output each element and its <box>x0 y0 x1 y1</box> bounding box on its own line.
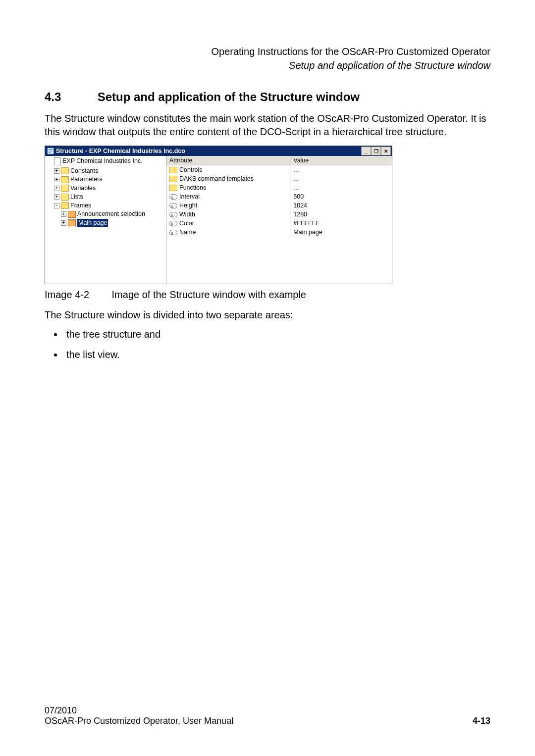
page-header: Operating Instructions for the OScAR-Pro… <box>45 45 490 72</box>
tree-item-lists[interactable]: + Lists <box>54 193 83 201</box>
folder-icon <box>169 167 177 173</box>
list-row[interactable]: Color#FFFFFF <box>166 219 392 228</box>
expander-icon[interactable]: + <box>54 168 59 174</box>
list-cell-value: 1280 <box>290 210 392 219</box>
footer-date: 07/2010 <box>45 706 233 716</box>
document-icon <box>54 157 61 165</box>
structure-window: Structure - EXP Chemical Industries Inc.… <box>45 146 392 284</box>
frame-icon <box>68 219 76 226</box>
list-cell-value: ... <box>290 174 392 183</box>
list-row[interactable]: DAKS command templates... <box>166 174 392 183</box>
attribute-icon <box>169 194 177 200</box>
column-value[interactable]: Value <box>290 156 392 165</box>
list-row[interactable]: Controls... <box>166 165 392 174</box>
tree-item-constants[interactable]: + Constants <box>54 167 98 175</box>
expander-icon[interactable]: + <box>61 220 66 226</box>
bullet-item: the list view. <box>63 349 490 360</box>
list-cell-value: Main page <box>290 228 392 237</box>
list-cell-value: #FFFFFF <box>290 219 392 228</box>
list-cell-attribute: Width <box>179 211 195 218</box>
svg-rect-2 <box>49 151 53 151</box>
close-button[interactable]: ✕ <box>381 147 391 155</box>
header-line1: Operating Instructions for the OScAR-Pro… <box>45 45 490 58</box>
window-titlebar: Structure - EXP Chemical Industries Inc.… <box>45 146 392 156</box>
window-title: Structure - EXP Chemical Industries Inc.… <box>56 148 185 154</box>
list-row[interactable]: Interval500 <box>166 192 392 201</box>
maximize-button[interactable]: ❐ <box>371 147 381 155</box>
expander-icon[interactable]: + <box>54 186 59 191</box>
section-heading: Setup and application of the Structure w… <box>98 90 360 103</box>
attribute-icon <box>169 230 177 235</box>
bullet-item: the tree structure and <box>63 329 490 340</box>
caption-text: Image of the Structure window with examp… <box>112 289 306 300</box>
folder-icon <box>169 185 177 191</box>
caption-label: Image 4-2 <box>45 289 109 301</box>
tree-item-parameters[interactable]: + Parameters <box>54 175 103 184</box>
list-row[interactable]: Functions... <box>166 183 392 192</box>
tree-item-main-page[interactable]: + Main page <box>61 219 108 227</box>
folder-icon <box>61 185 69 192</box>
frame-icon <box>68 211 76 218</box>
bullet-list: the tree structure and the list view. <box>45 329 490 360</box>
list-header[interactable]: Attribute Value <box>166 156 392 165</box>
attribute-icon <box>169 212 177 217</box>
tree-item-frames[interactable]: - Frames <box>54 202 91 210</box>
window-body: EXP Chemical Industries Inc. + Constants… <box>45 156 392 284</box>
page: Operating Instructions for the OScAR-Pro… <box>0 0 535 756</box>
figure-caption: Image 4-2 Image of the Structure window … <box>45 289 490 301</box>
expander-icon[interactable]: - <box>54 203 59 208</box>
after-caption-text: The Structure window is divided into two… <box>45 308 490 322</box>
tree-item-variables[interactable]: + Variables <box>54 184 96 193</box>
folder-icon <box>61 167 69 174</box>
list-row[interactable]: Height1024 <box>166 201 392 210</box>
list-row[interactable]: Width1280 <box>166 210 392 219</box>
attribute-icon <box>169 221 177 226</box>
list-cell-attribute: Interval <box>179 193 200 200</box>
window-control-buttons: _ ❐ ✕ <box>361 147 391 155</box>
list-cell-attribute: Height <box>179 202 197 209</box>
tree-pane[interactable]: EXP Chemical Industries Inc. + Constants… <box>45 156 166 284</box>
list-row[interactable]: NameMain page <box>166 228 392 237</box>
page-footer: 07/2010 OScAR-Pro Customized Operator, U… <box>45 706 490 726</box>
list-cell-value: ... <box>290 183 392 192</box>
footer-page-number: 4-13 <box>473 716 490 726</box>
tree-item-announcement-selection[interactable]: + Announcement selection <box>61 210 145 218</box>
list-cell-attribute: Controls <box>179 166 203 173</box>
section-title: 4.3 Setup and application of the Structu… <box>45 90 490 104</box>
svg-rect-3 <box>49 152 51 153</box>
list-cell-value: 1024 <box>290 201 392 210</box>
svg-rect-1 <box>49 149 53 150</box>
app-icon <box>47 148 54 154</box>
list-cell-attribute: Functions <box>179 184 206 191</box>
list-cell-attribute: Color <box>179 220 194 227</box>
section-number: 4.3 <box>45 90 94 104</box>
tree-root[interactable]: EXP Chemical Industries Inc. <box>47 157 143 165</box>
folder-icon <box>169 176 177 182</box>
list-cell-attribute: DAKS command templates <box>179 175 254 182</box>
list-cell-value: ... <box>290 165 392 174</box>
expander-icon[interactable]: + <box>54 177 59 182</box>
intro-paragraph: The Structure window constitutes the mai… <box>45 112 490 139</box>
column-attribute[interactable]: Attribute <box>166 156 290 165</box>
list-rows: Controls...DAKS command templates...Func… <box>166 165 392 237</box>
folder-icon <box>61 202 69 209</box>
header-line2: Setup and application of the Structure w… <box>45 58 490 72</box>
folder-icon <box>61 194 69 201</box>
list-cell-value: 500 <box>290 192 392 201</box>
folder-icon <box>61 176 69 183</box>
expander-icon[interactable]: + <box>61 211 66 217</box>
footer-doc: OScAR-Pro Customized Operator, User Manu… <box>45 716 233 726</box>
expander-icon[interactable]: + <box>54 194 59 200</box>
attribute-icon <box>169 203 177 208</box>
tree-root-label: EXP Chemical Industries Inc. <box>62 157 143 165</box>
list-pane[interactable]: Attribute Value Controls...DAKS command … <box>166 156 392 284</box>
minimize-button[interactable]: _ <box>361 147 371 155</box>
list-cell-attribute: Name <box>179 229 196 236</box>
